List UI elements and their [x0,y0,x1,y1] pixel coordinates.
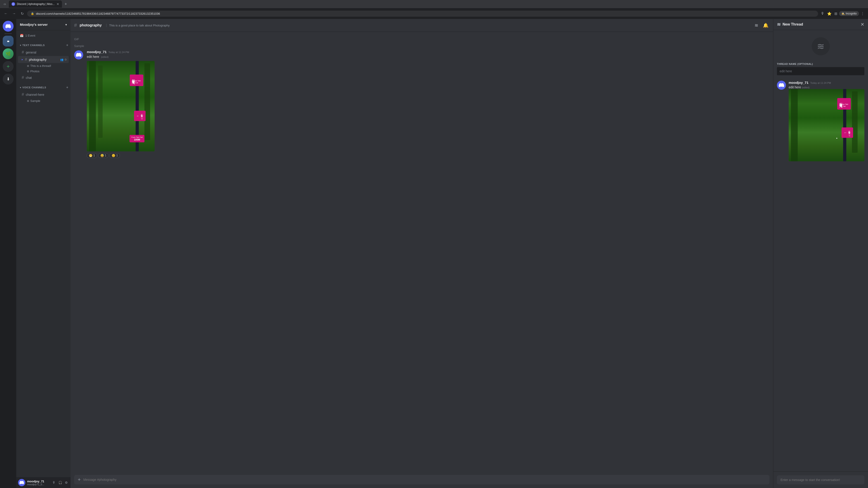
voice-channels-section: ▾ VOICE CHANNELS + [16,81,70,91]
reaction-emoji: 😅 [100,154,104,157]
tab-close-icon[interactable]: ✕ [57,2,59,6]
thread-name: Photos [30,70,39,73]
new-tab-button[interactable]: + [63,1,69,7]
thread-item-2[interactable]: Photos [18,69,69,74]
microphone-icon[interactable]: 🎙 [820,11,825,17]
thread-panel: ≋ New Thread ✕ ≋ THREAD NAME (OPTIONAL) [773,19,868,488]
refresh-button[interactable]: ↻ [19,10,25,17]
url-text: discord.com/channels/1182346851781984336… [36,12,814,15]
reaction-3[interactable]: 😊 1 [110,153,120,158]
chat-input[interactable] [84,478,766,482]
browser-tabs: ‹› D Discord | #photography | Moo... ✕ + [0,0,868,8]
address-bar[interactable]: 🔒 discord.com/channels/11823468517819843… [27,11,818,17]
server-name: Moodjoy's server [20,23,48,26]
thread-dot-icon [27,70,29,72]
arrow-icon: ← [136,114,140,118]
gif-item: GIF [74,35,770,43]
server-dropdown-icon: ▾ [65,23,67,26]
chat-messages: GIF Sample moodjoy_71 Today at 11:24 PM … [70,32,773,471]
incognito-icon: 🕵 [841,12,845,15]
message-timestamp: Today at 11:24 PM [108,51,129,54]
event-count: 1 Event [25,34,35,37]
channel-chat[interactable]: # chat [18,74,69,81]
reaction-count: 1 [116,154,118,157]
event-item[interactable]: 📅 1 Event [16,32,70,39]
extension-icon[interactable]: ⊞ [833,11,838,17]
settings-icon[interactable]: ⚙ [64,58,67,61]
text-channels-label[interactable]: ▾ TEXT CHANNELS [20,44,45,46]
thread-message-input[interactable] [780,478,861,482]
thread-name-input[interactable] [777,67,864,75]
section-collapse-icon: ▾ [20,86,21,89]
add-attachment-button[interactable]: + [78,477,81,483]
toolbar-icons: 🎙 ⭐ ⊞ 🕵 Incognito ⋮ [820,11,865,17]
server-header[interactable]: Moodjoy's server ▾ [16,19,70,30]
main-chat: # photography This is a good place to ta… [70,19,773,488]
sign-text-sub: Gyoja Taki Fall [131,80,142,84]
reactions: 😁 1 😅 1 😊 1 [87,153,770,158]
menu-icon[interactable]: ⋮ [860,11,865,17]
thread-dot-icon [27,100,29,102]
user-info: moodjoy_71 moodjoy71_0... [27,480,50,486]
add-server-button[interactable]: + [3,61,13,72]
thread-name-label: THREAD NAME (OPTIONAL) [777,63,864,65]
thread-msg-author: moodjoy_71 [789,80,809,85]
hash-icon: # [22,75,24,80]
server-icon-2[interactable]: 🌿 [3,48,13,59]
channel-action-icons: 👥 ⚙ [60,58,67,61]
message-author-name: moodjoy_71 [87,50,107,54]
thread-msg-content: moodjoy_71 Today at 11:24 PM edit here (… [789,80,864,161]
channel-channel-here[interactable]: # channel-here [18,91,69,98]
user-avatar [18,479,25,486]
thread-arrow-icon: ← [844,131,847,134]
notification-icon[interactable]: 🔔 [762,22,770,29]
message-header: moodjoy_71 Today at 11:24 PM [87,50,770,54]
user-controls: 🎙 🎧 ⚙ [52,480,69,485]
back-button[interactable]: ← [3,10,9,17]
channel-general[interactable]: # general [18,49,69,56]
message-image: 行者滝 Gyoja Taki Fall ← 不動滝まで Fudo Taki Fa… [87,61,155,151]
hash-icon: # [25,57,27,62]
browser-toolbar: ← → ↻ 🔒 discord.com/channels/11823468517… [0,8,868,19]
reaction-2[interactable]: 😅 1 [98,153,108,158]
channel-name: photography [29,58,59,61]
thread-body: ≋ THREAD NAME (OPTIONAL) moodjoy_71 Toda… [773,30,868,471]
reaction-count: 1 [105,154,106,157]
reaction-1[interactable]: 😁 1 [87,153,97,158]
sign-text-distance: 100M [131,138,143,141]
lock-icon: 🔒 [31,12,34,15]
thread-dot-icon [27,65,29,67]
user-panel: moodjoy_71 moodjoy71_0... 🎙 🎧 ⚙ [16,477,70,488]
explore-servers-button[interactable]: ⬇ [3,74,13,85]
incognito-label: Incognito [846,12,857,15]
discord-home-icon[interactable] [3,21,13,32]
thread-header: ≋ New Thread ✕ [773,19,868,30]
incognito-badge[interactable]: 🕵 Incognito [839,11,859,16]
channel-photography[interactable]: ▶ # photography 👥 ⚙ [18,56,69,63]
thread-msg-avatar [777,80,786,90]
thread-item-1[interactable]: This is a thread! [18,63,69,68]
thread-close-button[interactable]: ✕ [861,22,864,27]
thread-sample[interactable]: Sample [18,98,69,103]
bookmark-icon[interactable]: ⭐ [826,11,833,17]
thread-icon[interactable]: ≋ [754,22,759,29]
hash-icon: # [22,50,24,55]
members-icon[interactable]: 👥 [60,58,64,61]
user-settings-icon[interactable]: ⚙ [64,480,69,485]
chevron-icon[interactable]: ‹› [2,1,8,7]
thread-edited-label: (edited) [802,86,809,89]
channel-hash-icon: # [74,22,77,28]
thread-input-box [777,475,864,484]
cursor-indicator [836,138,837,139]
add-voice-channel-button[interactable]: + [66,85,69,90]
deafen-icon[interactable]: 🎧 [57,480,63,485]
voice-channels-label[interactable]: ▾ VOICE CHANNELS [20,86,46,89]
add-channel-button[interactable]: + [66,43,69,48]
active-tab[interactable]: D Discord | #photography | Moo... ✕ [9,0,62,8]
server-icon-moodjoy[interactable]: 🏔 [3,36,13,46]
browser-chrome: ‹› D Discord | #photography | Moo... ✕ +… [0,0,868,19]
server-divider [4,33,12,34]
mute-icon[interactable]: 🎙 [52,480,57,485]
thread-message-image: 行者滝 Gyoja Taki Fall ← 不動滝まで [789,89,864,161]
forward-button[interactable]: → [11,10,17,17]
